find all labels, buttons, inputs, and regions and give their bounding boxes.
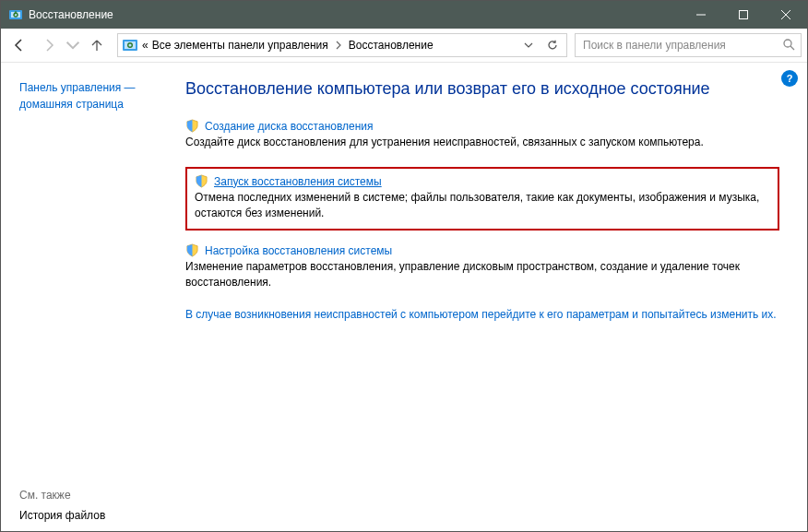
section3-head: Настройка восстановления системы [185, 243, 779, 257]
search-box[interactable] [575, 33, 802, 57]
body: Панель управления — домашняя страница См… [1, 63, 807, 531]
nav-up-button[interactable] [84, 32, 110, 58]
window-title: Восстановление [29, 8, 113, 21]
sidebar-home-line1: Панель управления — [19, 79, 167, 96]
section2-desc: Отмена последних изменений в системе; фа… [195, 190, 770, 221]
configure-system-restore-link[interactable]: Настройка восстановления системы [205, 244, 392, 257]
sidebar-see-also-title: См. также [19, 489, 167, 502]
sidebar-home-line2: домашняя страница [19, 96, 167, 112]
navbar: « Все элементы панели управления Восстан… [1, 29, 807, 63]
section1-desc: Создайте диск восстановления для устране… [185, 135, 779, 150]
nav-recent-dropdown[interactable] [65, 32, 80, 58]
shield-icon [195, 174, 208, 188]
close-button[interactable] [765, 1, 807, 29]
section2-head: Запуск восстановления системы [195, 174, 770, 188]
svg-point-6 [784, 40, 791, 47]
refresh-button[interactable] [542, 35, 563, 55]
sidebar-home-link[interactable]: Панель управления — домашняя страница [19, 79, 167, 112]
sidebar-file-history-link[interactable]: История файлов [19, 509, 167, 522]
maximize-button[interactable] [722, 1, 765, 29]
app-icon [8, 7, 23, 22]
start-system-restore-link[interactable]: Запуск восстановления системы [214, 175, 382, 188]
shield-icon [185, 243, 199, 257]
breadcrumb-item-1[interactable]: Все элементы панели управления [152, 39, 328, 52]
sidebar-top: Панель управления — домашняя страница [19, 79, 167, 489]
create-recovery-drive-link[interactable]: Создание диска восстановления [205, 120, 374, 133]
section1-head: Создание диска восстановления [185, 119, 779, 133]
help-button[interactable]: ? [781, 70, 798, 87]
window-root: Восстановление [0, 0, 808, 532]
titlebar: Восстановление [1, 1, 807, 29]
shield-icon [185, 119, 199, 133]
breadcrumb-item-2[interactable]: Восстановление [349, 39, 434, 52]
address-dropdown-button[interactable] [518, 35, 539, 55]
search-icon[interactable] [782, 38, 795, 53]
window-controls [680, 1, 807, 29]
control-panel-icon [122, 37, 138, 53]
breadcrumb-prefix: « [142, 39, 149, 52]
section-create-recovery-drive: Создание диска восстановления Создайте д… [185, 119, 779, 150]
search-input[interactable] [581, 38, 782, 53]
chevron-right-icon[interactable] [332, 34, 345, 56]
nav-forward-button[interactable] [36, 32, 62, 58]
page-title: Восстановление компьютера или возврат ег… [185, 79, 779, 99]
section3-desc: Изменение параметров восстановления, упр… [185, 259, 779, 290]
section-configure-restore: Настройка восстановления системы Изменен… [185, 243, 779, 290]
titlebar-left: Восстановление [8, 7, 113, 22]
sidebar: Панель управления — домашняя страница См… [1, 63, 176, 531]
address-bar[interactable]: « Все элементы панели управления Восстан… [117, 33, 567, 57]
sidebar-bottom: См. также История файлов [19, 489, 167, 522]
minimize-button[interactable] [680, 1, 722, 29]
content: ? Восстановление компьютера или возврат … [176, 63, 807, 531]
highlighted-section: Запуск восстановления системы Отмена пос… [185, 167, 779, 231]
svg-rect-2 [740, 11, 748, 19]
nav-back-button[interactable] [6, 32, 32, 58]
troubleshoot-link[interactable]: В случае возникновения неисправностей с … [185, 307, 779, 323]
